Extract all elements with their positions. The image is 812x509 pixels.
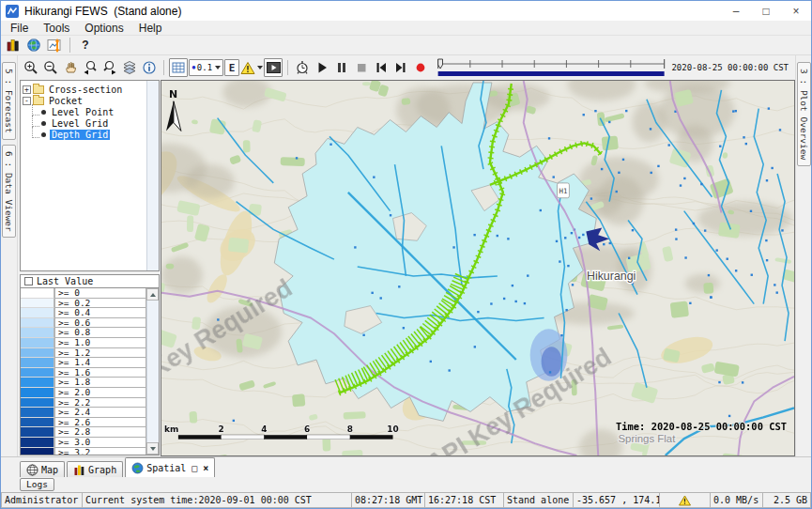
window-title: Hikurangi FEWS (Stand alone)	[24, 5, 181, 18]
menu-file[interactable]: File	[3, 22, 36, 35]
profile-display-button[interactable]	[45, 36, 64, 54]
bar-books-icon	[6, 38, 21, 53]
map-time-overlay: Time: 2020-08-25 00:00:00 CST	[616, 421, 787, 432]
legend-swatch	[21, 328, 54, 338]
legend-swatch	[21, 448, 54, 456]
map-display-button[interactable]	[24, 36, 43, 54]
timeline-slider[interactable]	[437, 57, 666, 78]
sidebar-tab-data-viewer[interactable]: 6 : Data Viewer	[2, 145, 16, 239]
pause-button[interactable]	[332, 58, 351, 77]
scroll-down-button[interactable]	[146, 442, 159, 455]
tree-item-pocket[interactable]: -Pocket	[23, 95, 146, 106]
play-icon	[315, 61, 329, 74]
legend-swatch	[21, 288, 54, 299]
expand-toggle[interactable]: -	[23, 97, 31, 105]
last-frame-button[interactable]	[391, 58, 410, 77]
folder-icon	[33, 85, 44, 94]
stop-button[interactable]	[352, 58, 371, 77]
menu-options[interactable]: Options	[77, 22, 130, 35]
tree-item-level-point[interactable]: Level Point	[23, 106, 146, 117]
help-button[interactable]: ?	[76, 36, 95, 54]
town-label: Hikurangi	[587, 270, 636, 283]
legend-swatch	[21, 398, 54, 409]
grid-toggle-button[interactable]	[169, 58, 188, 77]
tab-close-icon[interactable]: ×	[203, 463, 208, 473]
logs-button[interactable]: Logs	[20, 478, 54, 491]
timeline-thumb[interactable]	[438, 59, 443, 69]
status-warning-icon[interactable]	[659, 492, 710, 508]
legend-row[interactable]: >= 3.0	[21, 438, 146, 448]
tab-graph[interactable]: Graph	[67, 461, 123, 477]
pan-button[interactable]	[61, 58, 80, 77]
maximize-button[interactable]: □	[751, 2, 781, 21]
legend-swatch	[21, 408, 54, 418]
map-canvas[interactable]: H1 Hikurangi Springs Flat API Key Requir…	[161, 81, 794, 455]
title-bar: Hikurangi FEWS (Stand alone) – □ ×	[1, 1, 811, 21]
right-dock-strip: 3 : Plot Overview	[795, 55, 811, 456]
zoom-out-button[interactable]	[41, 58, 60, 77]
timeline-track	[437, 57, 666, 78]
first-frame-button[interactable]	[372, 58, 391, 77]
tree-item-level-grid[interactable]: Level Grid	[23, 117, 146, 129]
close-button[interactable]: ×	[781, 2, 811, 21]
tree-item-depth-grid[interactable]: Depth Grid	[23, 129, 146, 140]
record-button[interactable]	[411, 58, 430, 77]
svg-text:10: 10	[387, 424, 398, 434]
legend-editor-button[interactable]: E	[224, 59, 239, 76]
bullet-icon	[41, 132, 46, 137]
map-toolbar: ● 0.1 E	[18, 55, 795, 80]
main-toolbar: ?	[1, 36, 811, 55]
menu-tools[interactable]: Tools	[36, 22, 77, 35]
tab-map[interactable]: Map	[20, 461, 65, 477]
tab-maximize-icon[interactable]: □	[192, 463, 197, 473]
expand-toggle[interactable]: +	[23, 85, 31, 94]
scroll-up-button[interactable]	[146, 288, 159, 301]
zoom-previous-button[interactable]	[81, 58, 100, 77]
layers-button[interactable]	[120, 58, 139, 77]
scale-interval-select[interactable]: ● 0.1	[189, 59, 223, 76]
svg-text:6: 6	[304, 424, 310, 434]
legend-label: >= 0	[54, 288, 146, 299]
legend-list: >= 0>= 0.2>= 0.4>= 0.6>= 0.8>= 1.0>= 1.2…	[20, 288, 160, 455]
record-icon	[414, 61, 427, 74]
info-button[interactable]	[140, 58, 159, 77]
status-throughput: 0.0 MB/s	[710, 492, 762, 508]
legend-row[interactable]: >= 0	[21, 288, 146, 299]
app-logo-icon	[6, 5, 19, 18]
movie-play-icon	[266, 61, 282, 74]
sidebar-tab-forecast[interactable]: 5 : Forecast	[2, 62, 16, 140]
legend-row[interactable]: >= 3.2	[21, 448, 146, 456]
legend-swatch	[21, 418, 54, 428]
globe-icon	[26, 38, 41, 53]
menu-help[interactable]: Help	[131, 22, 170, 35]
map-view[interactable]: H1 Hikurangi Springs Flat API Key Requir…	[161, 80, 795, 456]
play-button[interactable]	[313, 58, 331, 77]
status-local-time: 16:27:18 CST	[424, 492, 503, 508]
zoom-next-button[interactable]	[100, 58, 119, 77]
grid-icon	[171, 60, 186, 75]
timeline-datetime-label: 2020-08-25 00:00:00 CST	[671, 63, 789, 72]
filter-tree: +Cross-section-PocketLevel PointLevel Gr…	[20, 80, 160, 271]
tree-item-label: Depth Grid	[50, 130, 110, 140]
legend-header: Last Value	[20, 274, 160, 288]
logs-row: Logs	[1, 477, 811, 492]
database-display-button[interactable]	[4, 36, 23, 54]
animation-settings-button[interactable]	[293, 58, 312, 77]
zoom-in-button[interactable]	[22, 58, 40, 77]
tree-scrollbar[interactable]	[146, 81, 159, 270]
minimize-button[interactable]: –	[721, 2, 751, 21]
thresholds-dropdown-button[interactable]	[240, 58, 263, 77]
legend-row[interactable]: >= 2.0	[21, 388, 146, 398]
legend-scrollbar[interactable]	[146, 288, 159, 455]
legend-row[interactable]: >= 1.0	[21, 338, 146, 348]
tree-item-cross-section[interactable]: +Cross-section	[23, 84, 146, 95]
info-icon	[142, 60, 157, 75]
last-value-label: Last Value	[37, 276, 93, 286]
folder-icon	[33, 97, 44, 105]
tab-spatial[interactable]: Spatial □ ×	[125, 457, 215, 477]
movie-player-button[interactable]	[264, 58, 283, 77]
last-value-checkbox[interactable]	[24, 277, 33, 285]
bullet-icon	[41, 121, 46, 126]
sidebar-tab-plot-overview[interactable]: 3 : Plot Overview	[797, 62, 811, 166]
tree-item-label: Level Grid	[50, 118, 110, 129]
